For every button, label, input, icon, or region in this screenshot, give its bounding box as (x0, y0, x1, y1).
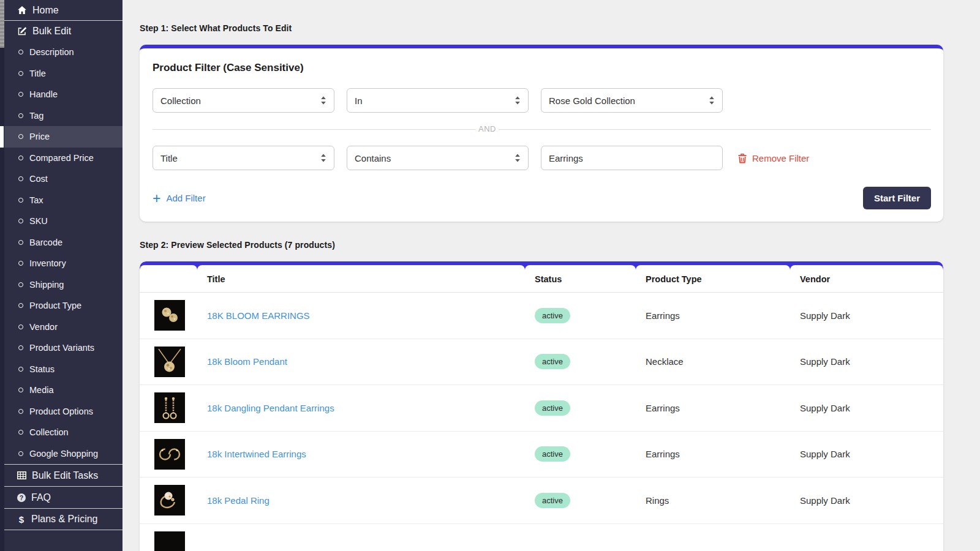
filter-row-1: Collection In Rose Gold Collection (153, 88, 931, 113)
sidebar-item-label: Bulk Edit Tasks (32, 470, 98, 481)
sidebar-item-label: Title (29, 69, 46, 78)
sidebar-item-label: Vendor (29, 322, 58, 332)
vendor-cell: Supply Dark (790, 449, 943, 459)
table-row: 18k Bloom Pendant active Necklace Supply… (140, 339, 943, 386)
bullet-icon (18, 430, 23, 435)
product-title-link[interactable]: 18k Pedal Ring (207, 495, 270, 506)
sidebar-item-shipping[interactable]: Shipping (0, 274, 123, 296)
product-title-link[interactable]: 18k Dangling Pendant Earrings (207, 403, 334, 413)
bullet-icon (18, 303, 23, 308)
sidebar-item-bulk-edit[interactable]: Bulk Edit (0, 21, 123, 42)
sidebar: Home Bulk Edit Description Title Handle … (0, 0, 123, 551)
sidebar-item-media[interactable]: Media (0, 380, 123, 401)
status-badge: active (535, 400, 570, 416)
sidebar-item-tag[interactable]: Tag (0, 105, 123, 127)
table-row (140, 524, 943, 551)
product-thumbnail-cell (140, 485, 197, 515)
table-header-status: Status (525, 265, 636, 293)
sidebar-item-sku[interactable]: SKU (0, 211, 123, 232)
product-type-cell: Earrings (636, 449, 790, 459)
bullet-icon (18, 367, 23, 372)
sidebar-item-label: Compared Price (29, 153, 94, 163)
vendor-cell: Supply Dark (790, 403, 943, 413)
product-type-cell: Earrings (636, 310, 790, 321)
sidebar-item-label: Cost (29, 174, 48, 184)
table-row: 18k Dangling Pendant Earrings active Ear… (140, 385, 943, 432)
stepper-icon (320, 154, 326, 162)
bullet-icon (18, 409, 23, 414)
product-image-bloom-earrings (154, 300, 185, 331)
sidebar-item-collection[interactable]: Collection (0, 422, 123, 443)
filter1-field-select[interactable]: Collection (153, 88, 334, 113)
sidebar-item-label: Tag (29, 111, 43, 121)
product-image-pedal-ring (154, 485, 185, 515)
product-title-link[interactable]: 18k Bloom Pendant (207, 356, 287, 367)
table-row: 18k Intertwined Earrings active Earrings… (140, 432, 943, 478)
sidebar-item-description[interactable]: Description (0, 42, 123, 63)
products-table-card: Title Status Product Type Vendor 18K BLO… (140, 261, 943, 551)
sidebar-item-label: FAQ (31, 492, 51, 503)
sidebar-item-price[interactable]: Price (0, 126, 123, 148)
product-title-link[interactable]: 18k Intertwined Earrings (207, 449, 306, 459)
filter2-field-value: Title (160, 153, 178, 163)
remove-filter-button[interactable]: Remove Filter (737, 153, 809, 163)
vendor-cell: Supply Dark (790, 310, 943, 321)
sidebar-item-label: Price (29, 132, 50, 141)
sidebar-item-plans-pricing[interactable]: $ Plans & Pricing (0, 508, 123, 530)
product-thumbnail-cell (140, 392, 197, 423)
stepper-icon (320, 96, 326, 105)
product-type-cell: Necklace (636, 356, 790, 367)
sidebar-item-product-variants[interactable]: Product Variants (0, 337, 123, 359)
add-filter-button[interactable]: + Add Filter (153, 193, 206, 204)
sidebar-scrollbar-thumb[interactable] (0, 0, 4, 48)
step1-heading: Step 1: Select What Products To Edit (140, 23, 943, 33)
bullet-icon (18, 282, 23, 287)
and-divider: AND (153, 129, 931, 130)
sidebar-item-status[interactable]: Status (0, 359, 123, 380)
product-thumbnail-cell (140, 300, 197, 331)
product-title-link[interactable]: 18K BLOOM EARRINGS (207, 310, 310, 321)
sidebar-item-compared-price[interactable]: Compared Price (0, 148, 123, 169)
add-filter-label: Add Filter (166, 193, 205, 203)
filter2-value-input[interactable] (541, 146, 723, 170)
filter-card-title: Product Filter (Case Sensitive) (153, 62, 931, 74)
sidebar-item-product-type[interactable]: Product Type (0, 295, 123, 317)
sidebar-item-home[interactable]: Home (0, 0, 123, 21)
sidebar-item-inventory[interactable]: Inventory (0, 253, 123, 274)
start-filter-button[interactable]: Start Filter (863, 187, 931, 209)
sidebar-item-title[interactable]: Title (0, 63, 123, 84)
filter-actions-row: + Add Filter Start Filter (153, 187, 931, 209)
bullet-icon (18, 156, 23, 160)
sidebar-item-barcode[interactable]: Barcode (0, 232, 123, 253)
sidebar-item-vendor[interactable]: Vendor (0, 317, 123, 338)
sidebar-item-handle[interactable]: Handle (0, 84, 123, 105)
edit-icon (17, 26, 27, 36)
sidebar-item-faq[interactable]: ? FAQ (0, 486, 123, 508)
sidebar-item-product-options[interactable]: Product Options (0, 401, 123, 422)
sidebar-item-label: Collection (29, 427, 69, 437)
table-header-row: Title Status Product Type Vendor (140, 261, 943, 293)
filter1-value-select[interactable]: Rose Gold Collection (541, 88, 723, 113)
sidebar-scrollbar-track (0, 0, 4, 551)
and-label: AND (475, 124, 499, 133)
sidebar-item-tax[interactable]: Tax (0, 190, 123, 211)
sidebar-item-label: Inventory (29, 258, 66, 268)
product-filter-card: Product Filter (Case Sensitive) Collecti… (140, 45, 943, 222)
bullet-icon (18, 261, 23, 266)
filter2-operator-select[interactable]: Contains (347, 146, 529, 170)
sidebar-item-cost[interactable]: Cost (0, 168, 123, 190)
sidebar-item-bulk-edit-tasks[interactable]: Bulk Edit Tasks (0, 464, 123, 486)
bullet-icon (18, 92, 23, 97)
sidebar-item-label: Shipping (29, 280, 64, 290)
sidebar-item-google-shopping[interactable]: Google Shopping (0, 443, 123, 465)
product-image-dangling-earrings (154, 392, 185, 423)
filter1-operator-value: In (355, 96, 363, 106)
product-thumbnail-cell (140, 439, 197, 470)
sidebar-item-label: Google Shopping (29, 449, 98, 459)
filter2-field-select[interactable]: Title (153, 146, 334, 170)
stepper-icon (709, 96, 715, 105)
sidebar-item-label: Tax (29, 195, 43, 205)
bullet-icon (18, 219, 23, 223)
filter1-operator-select[interactable]: In (347, 88, 529, 113)
filter-row-2: Title Contains Remove Filter (153, 146, 931, 170)
